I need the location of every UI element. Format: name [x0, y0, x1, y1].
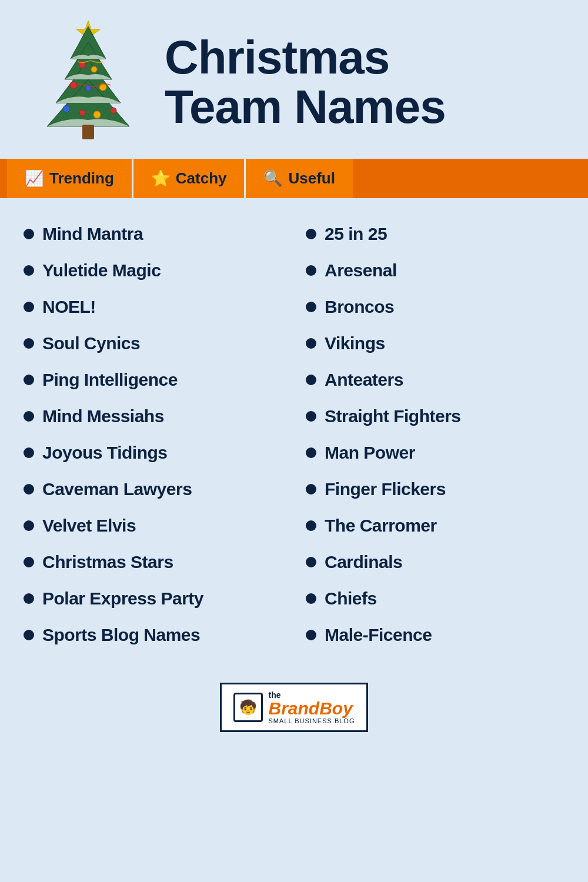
nav-right-accent: [353, 159, 588, 198]
bullet: [24, 265, 34, 276]
item-text: Ping Intelligence: [42, 370, 178, 390]
bullet: [24, 484, 34, 495]
list-section: Mind Mantra25 in 25Yuletide MagicAresena…: [0, 198, 588, 665]
item-text: Velvet Elvis: [42, 516, 136, 536]
trending-icon: 📈: [25, 169, 44, 188]
item-text: Anteaters: [325, 370, 403, 390]
tab-trending-label: Trending: [49, 169, 114, 188]
item-text: Caveman Lawyers: [42, 479, 192, 499]
logo-brandboy: BrandBoy: [269, 700, 355, 717]
logo-brand-normal: Brand: [269, 699, 320, 718]
bullet: [24, 411, 34, 422]
christmas-tree-image: [24, 18, 153, 147]
bullet: [24, 229, 34, 239]
item-text: Broncos: [325, 297, 394, 317]
item-text: Cardinals: [325, 552, 402, 572]
nav-left-accent: [0, 159, 7, 198]
bullet: [24, 520, 34, 531]
svg-point-14: [93, 111, 101, 118]
list-item: Joyous Tidings: [24, 435, 282, 471]
list-grid: Mind Mantra25 in 25Yuletide MagicAresena…: [24, 216, 564, 653]
bullet: [306, 411, 316, 422]
nav-bar: 📈 Trending ⭐ Catchy 🔍 Useful: [0, 159, 588, 198]
item-text: Sports Blog Names: [42, 625, 200, 645]
list-item: Caveman Lawyers: [24, 471, 282, 507]
list-item: Polar Express Party: [24, 580, 282, 617]
bullet: [306, 447, 316, 458]
tab-catchy[interactable]: ⭐ Catchy: [133, 159, 246, 198]
nav-tabs: 📈 Trending ⭐ Catchy 🔍 Useful: [7, 159, 353, 198]
item-text: Male-Ficence: [325, 625, 432, 645]
bullet: [306, 375, 316, 385]
list-item: Mind Mantra: [24, 216, 282, 252]
item-text: Soul Cynics: [42, 333, 140, 353]
bullet: [306, 593, 316, 604]
item-text: Vikings: [325, 333, 385, 353]
bullet: [306, 520, 316, 531]
item-text: Mind Messiahs: [42, 406, 164, 426]
item-text: Yuletide Magic: [42, 260, 161, 280]
bullet: [306, 229, 316, 239]
item-text: Aresenal: [325, 260, 397, 280]
svg-point-15: [111, 108, 116, 113]
bullet: [24, 375, 34, 385]
tab-useful-label: Useful: [288, 169, 335, 188]
logo-tagline: SMALL BUSINESS BLOG: [269, 717, 355, 724]
svg-point-12: [63, 105, 70, 112]
bullet: [306, 338, 316, 349]
list-item: NOEL!: [24, 289, 282, 325]
list-item: Broncos: [306, 289, 564, 325]
bullet: [24, 302, 34, 312]
svg-point-13: [79, 110, 85, 116]
logo-brand-italic: Boy: [319, 699, 353, 718]
bullet: [306, 557, 316, 567]
bullet: [24, 593, 34, 604]
bullet: [306, 484, 316, 495]
item-text: Christmas Stars: [42, 552, 173, 572]
list-item: Cardinals: [306, 544, 564, 580]
item-text: Chiefs: [325, 589, 377, 609]
item-text: NOEL!: [42, 297, 96, 317]
tab-useful[interactable]: 🔍 Useful: [246, 159, 352, 198]
list-item: Anteaters: [306, 362, 564, 398]
bullet: [24, 338, 34, 349]
logo-text: the BrandBoy SMALL BUSINESS BLOG: [269, 690, 355, 724]
bullet: [24, 557, 34, 567]
item-text: Mind Mantra: [42, 224, 143, 244]
list-item: 25 in 25: [306, 216, 564, 252]
item-text: Finger Flickers: [325, 479, 446, 499]
list-item: Man Power: [306, 435, 564, 471]
item-text: Joyous Tidings: [42, 443, 167, 463]
list-item: Christmas Stars: [24, 544, 282, 580]
brandboy-logo: 🧒 the BrandBoy SMALL BUSINESS BLOG: [220, 683, 369, 732]
list-item: Chiefs: [306, 580, 564, 617]
title-line1: Christmas: [165, 33, 564, 82]
page-title: Christmas Team Names: [165, 33, 564, 132]
tab-catchy-label: Catchy: [176, 169, 227, 188]
item-text: Polar Express Party: [42, 589, 203, 609]
list-item: Sports Blog Names: [24, 617, 282, 653]
tab-trending[interactable]: 📈 Trending: [7, 159, 133, 198]
svg-rect-6: [82, 125, 94, 139]
bullet: [306, 265, 316, 276]
list-item: Velvet Elvis: [24, 507, 282, 544]
item-text: The Carromer: [325, 516, 437, 536]
svg-point-8: [91, 66, 97, 72]
list-item: Male-Ficence: [306, 617, 564, 653]
catchy-icon: ⭐: [151, 169, 170, 188]
list-item: Mind Messiahs: [24, 398, 282, 435]
footer: 🧒 the BrandBoy SMALL BUSINESS BLOG: [0, 665, 588, 750]
useful-icon: 🔍: [263, 169, 282, 188]
bullet: [306, 302, 316, 312]
list-item: The Carromer: [306, 507, 564, 544]
item-text: Man Power: [325, 443, 415, 463]
item-text: 25 in 25: [325, 224, 387, 244]
item-text: Straight Fighters: [325, 406, 461, 426]
list-item: Ping Intelligence: [24, 362, 282, 398]
bullet: [24, 447, 34, 458]
bullet: [306, 630, 316, 640]
logo-icon: 🧒: [233, 693, 263, 722]
list-item: Straight Fighters: [306, 398, 564, 435]
list-item: Soul Cynics: [24, 325, 282, 362]
list-item: Finger Flickers: [306, 471, 564, 507]
